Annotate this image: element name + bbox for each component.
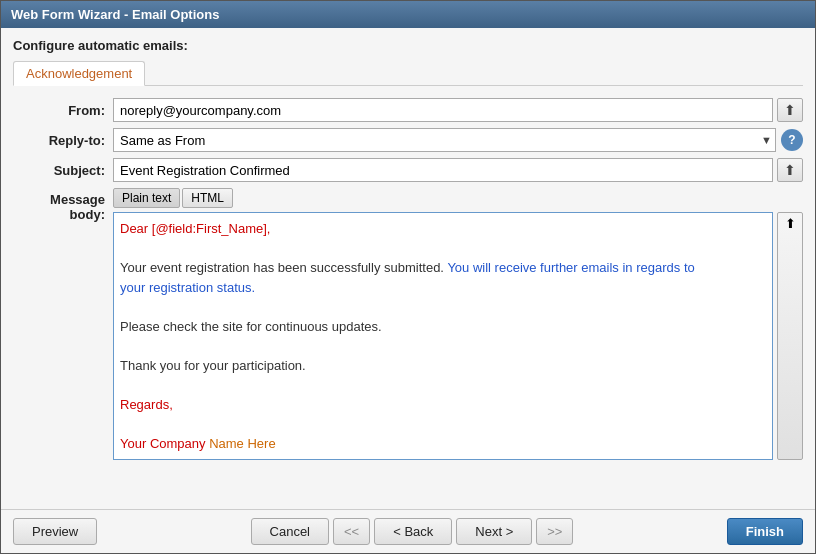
- message-textarea[interactable]: Dear [@field:First_Name], Your event reg…: [113, 212, 773, 460]
- plain-text-button[interactable]: Plain text: [113, 188, 180, 208]
- msg-line2: Your event registration has been success…: [120, 258, 766, 278]
- content-area: Configure automatic emails: Acknowledgem…: [1, 28, 815, 509]
- subject-input[interactable]: [113, 158, 773, 182]
- subject-upload-button[interactable]: ⬆: [777, 158, 803, 182]
- upload-icon-subject: ⬆: [784, 162, 796, 178]
- msg-line2c: your registration status.: [120, 278, 766, 298]
- form-section: From: ⬆ Reply-to: Same as From ▼ ?: [13, 98, 803, 499]
- replyto-select-wrapper: Same as From ▼: [113, 128, 776, 152]
- html-button[interactable]: HTML: [182, 188, 233, 208]
- footer-right: Finish: [727, 518, 803, 545]
- configure-label: Configure automatic emails:: [13, 38, 803, 53]
- subject-row: Subject: ⬆: [13, 158, 803, 182]
- footer-center: Cancel << < Back Next > >>: [251, 518, 574, 545]
- from-row: From: ⬆: [13, 98, 803, 122]
- upload-icon-message: ⬆: [785, 216, 796, 231]
- replyto-help-button[interactable]: ?: [781, 129, 803, 151]
- from-label: From:: [13, 103, 113, 118]
- help-icon: ?: [788, 133, 795, 147]
- back-button[interactable]: < Back: [374, 518, 452, 545]
- nav-prev-button[interactable]: <<: [333, 518, 370, 545]
- finish-button[interactable]: Finish: [727, 518, 803, 545]
- tabs-bar: Acknowledgement: [13, 61, 803, 86]
- main-window: Web Form Wizard - Email Options Configur…: [0, 0, 816, 554]
- message-body-row: Message body: Plain text HTML Dear [@fie…: [13, 188, 803, 499]
- message-body-wrapper: Plain text HTML Dear [@field:First_Name]…: [113, 188, 803, 460]
- next-button[interactable]: Next >: [456, 518, 532, 545]
- msg-line5: Regards,: [120, 395, 766, 415]
- footer: Preview Cancel << < Back Next > >> Finis…: [1, 509, 815, 553]
- msg-line6: Your Company Name Here: [120, 434, 766, 454]
- subject-label: Subject:: [13, 163, 113, 178]
- from-input[interactable]: [113, 98, 773, 122]
- preview-button[interactable]: Preview: [13, 518, 97, 545]
- tab-acknowledgement[interactable]: Acknowledgement: [13, 61, 145, 86]
- replyto-label: Reply-to:: [13, 133, 113, 148]
- replyto-row: Reply-to: Same as From ▼ ?: [13, 128, 803, 152]
- message-body-icon-wrapper: Dear [@field:First_Name], Your event reg…: [113, 212, 803, 460]
- title-bar: Web Form Wizard - Email Options: [1, 1, 815, 28]
- from-upload-button[interactable]: ⬆: [777, 98, 803, 122]
- window-title: Web Form Wizard - Email Options: [11, 7, 219, 22]
- nav-next-button[interactable]: >>: [536, 518, 573, 545]
- cancel-button[interactable]: Cancel: [251, 518, 329, 545]
- msg-line1: Dear [@field:First_Name],: [120, 219, 766, 239]
- msg-line3: Please check the site for continuous upd…: [120, 317, 766, 337]
- upload-icon: ⬆: [784, 102, 796, 118]
- message-upload-button[interactable]: ⬆: [777, 212, 803, 460]
- replyto-select[interactable]: Same as From: [113, 128, 776, 152]
- message-label: Message body:: [13, 188, 113, 222]
- msg-line4: Thank you for your participation.: [120, 356, 766, 376]
- footer-left: Preview: [13, 518, 97, 545]
- message-format-buttons: Plain text HTML: [113, 188, 803, 208]
